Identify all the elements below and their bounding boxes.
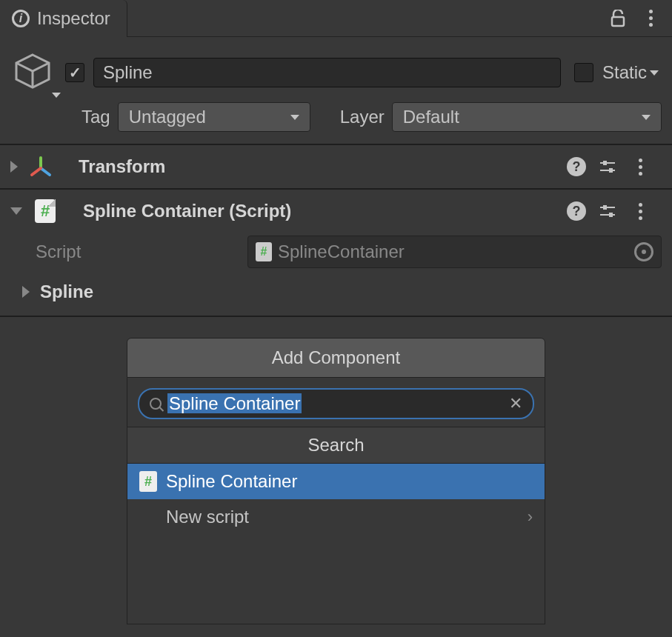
component-title: Spline Container (Script) — [83, 201, 555, 221]
script-icon: # — [34, 200, 56, 222]
script-property-label: Script — [36, 241, 236, 262]
chevron-down-icon — [52, 93, 61, 98]
svg-rect-13 — [609, 213, 613, 217]
chevron-right-icon: › — [528, 507, 533, 527]
component-title: Transform — [79, 156, 555, 177]
search-result-spline-container[interactable]: # Spline Container — [127, 464, 545, 499]
preset-icon[interactable] — [598, 157, 617, 176]
popup-section-title: Search — [127, 427, 545, 464]
gameobject-active-checkbox[interactable] — [65, 63, 84, 82]
search-icon — [150, 398, 162, 410]
spline-property-row: Spline — [0, 277, 672, 316]
search-text-value: Spline Container — [167, 393, 503, 414]
tab-title: Inspector — [37, 8, 110, 29]
add-component-popup: Spline Container ✕ Search # Spline Conta… — [127, 378, 545, 624]
component-menu-icon[interactable] — [629, 200, 651, 222]
script-file-icon: # — [256, 242, 272, 261]
lock-icon[interactable] — [607, 7, 629, 30]
spline-property-label: Spline — [40, 281, 93, 302]
svg-line-4 — [41, 168, 50, 175]
static-label-dropdown[interactable]: Static — [602, 62, 662, 83]
component-spline-container: # Spline Container (Script) ? Script # S… — [0, 188, 672, 316]
gameobject-header: Spline Static — [0, 37, 672, 102]
result-label: Spline Container — [166, 471, 297, 492]
clear-search-icon[interactable]: ✕ — [509, 394, 522, 413]
static-label: Static — [602, 62, 647, 83]
help-icon[interactable]: ? — [567, 157, 586, 176]
foldout-expanded-icon[interactable] — [10, 207, 22, 215]
preset-icon[interactable] — [598, 201, 617, 221]
chevron-down-icon — [642, 115, 651, 120]
script-object-field[interactable]: # SplineContainer — [247, 236, 662, 268]
inspector-body: Add Component Spline Container ✕ Search … — [0, 316, 672, 624]
chevron-down-icon — [650, 70, 659, 76]
tag-value: Untagged — [129, 107, 206, 127]
script-property-row: Script # SplineContainer — [0, 233, 672, 277]
static-checkbox[interactable] — [574, 63, 593, 82]
svg-rect-8 — [603, 161, 607, 165]
layer-dropdown[interactable]: Default — [392, 102, 662, 132]
script-value: SplineContainer — [278, 241, 405, 262]
component-header-spline-container[interactable]: # Spline Container (Script) ? — [0, 190, 672, 233]
help-icon[interactable]: ? — [567, 201, 586, 221]
svg-rect-0 — [612, 17, 624, 26]
component-header-transform[interactable]: Transform ? — [0, 145, 672, 188]
add-component-button[interactable]: Add Component — [127, 338, 545, 378]
component-search-input[interactable]: Spline Container ✕ — [138, 388, 534, 419]
tag-layer-row: Tag Untagged Layer Default — [0, 102, 672, 144]
chevron-down-icon — [290, 115, 299, 120]
tag-dropdown[interactable]: Untagged — [118, 102, 310, 132]
svg-line-5 — [32, 168, 41, 175]
inspector-tab[interactable]: i Inspector — [0, 0, 127, 37]
panel-menu-icon[interactable] — [639, 7, 662, 30]
gameobject-cube-icon[interactable] — [12, 50, 56, 95]
search-wrap: Spline Container ✕ — [127, 378, 545, 427]
search-result-new-script[interactable]: New script › — [127, 499, 545, 535]
info-icon: i — [12, 10, 30, 27]
result-label: New script — [166, 507, 249, 527]
add-component-label: Add Component — [272, 347, 400, 368]
gameobject-name-input[interactable]: Spline — [93, 58, 561, 87]
layer-value: Default — [403, 107, 459, 127]
tag-label: Tag — [81, 107, 110, 127]
script-file-icon: # — [139, 471, 157, 492]
object-picker-icon[interactable] — [634, 242, 653, 261]
foldout-collapsed-icon[interactable] — [10, 161, 18, 173]
layer-label: Layer — [340, 107, 385, 127]
foldout-collapsed-icon[interactable] — [22, 286, 30, 298]
transform-icon — [30, 156, 52, 178]
svg-rect-9 — [609, 168, 613, 173]
tab-bar: i Inspector — [0, 0, 672, 37]
component-transform: Transform ? — [0, 144, 672, 188]
component-menu-icon[interactable] — [629, 156, 651, 178]
svg-rect-12 — [603, 205, 607, 210]
